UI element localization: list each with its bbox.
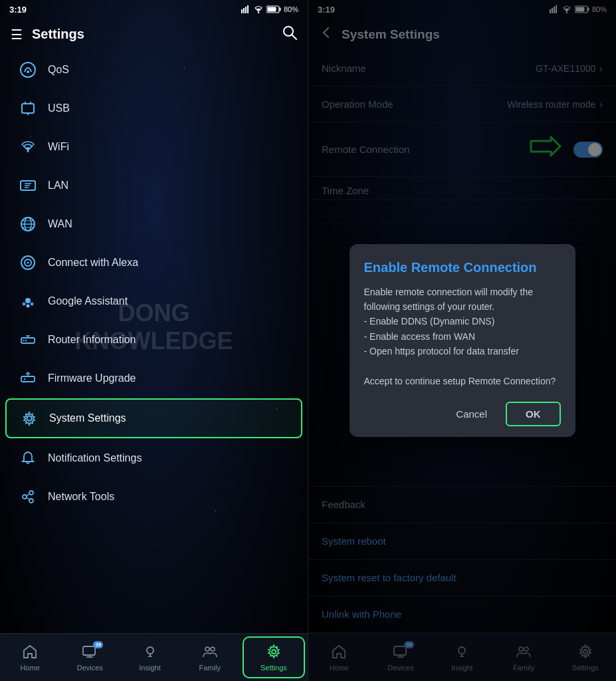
svg-line-45 xyxy=(27,494,29,497)
menu-item-lan[interactable]: LAN xyxy=(5,167,302,204)
search-icon[interactable] xyxy=(282,25,297,43)
insight-nav-icon xyxy=(142,644,158,664)
svg-rect-3 xyxy=(247,5,249,13)
nav-settings-left[interactable]: Settings xyxy=(243,636,305,678)
svg-point-53 xyxy=(205,647,209,651)
network-tools-icon xyxy=(19,487,37,506)
system-settings-icon xyxy=(20,409,39,428)
svg-point-34 xyxy=(23,340,24,341)
dialog-title: Enable Remote Connection xyxy=(364,260,561,275)
svg-point-55 xyxy=(272,650,276,654)
menu-item-system[interactable]: System Settings xyxy=(5,398,302,438)
menu-item-firmware[interactable]: Firmware Upgrade xyxy=(5,360,302,397)
status-time-left: 3:19 xyxy=(9,5,27,15)
svg-line-46 xyxy=(27,497,29,500)
dialog-body-text: Enable remote connection will modify the… xyxy=(364,287,556,386)
menu-list: QoS USB WiFi LAN WAN xyxy=(0,50,308,633)
svg-rect-38 xyxy=(21,376,35,382)
nav-insight-left[interactable]: Insight xyxy=(120,634,179,681)
status-bar-left: 3:19 80% xyxy=(0,0,308,19)
battery-icon-left xyxy=(266,5,281,13)
dialog-overlay: Enable Remote Connection Enable remote c… xyxy=(308,0,616,681)
firmware-icon xyxy=(19,369,37,388)
wan-icon xyxy=(19,215,37,233)
devices-badge-left: 39 xyxy=(93,641,103,648)
alexa-icon xyxy=(19,253,37,272)
wifi-menu-icon xyxy=(19,138,37,156)
usb-icon xyxy=(19,99,37,118)
svg-rect-7 xyxy=(267,7,276,12)
nav-home-label-left: Home xyxy=(20,664,39,672)
signal-icon xyxy=(241,5,251,13)
nav-settings-label-left: Settings xyxy=(260,664,287,672)
settings-nav-icon-left xyxy=(266,644,282,664)
svg-point-10 xyxy=(21,63,35,77)
home-nav-icon xyxy=(22,644,38,664)
svg-line-9 xyxy=(292,35,296,39)
menu-item-qos-label: QoS xyxy=(48,64,69,76)
svg-point-42 xyxy=(23,495,27,499)
svg-rect-1 xyxy=(243,8,245,13)
google-icon xyxy=(19,292,37,311)
lan-icon xyxy=(19,176,37,195)
menu-item-system-label: System Settings xyxy=(49,412,126,424)
nav-family-left[interactable]: Family xyxy=(180,634,240,681)
svg-rect-6 xyxy=(279,8,280,11)
menu-item-wan-label: WAN xyxy=(48,218,72,230)
menu-item-routerinfo-label: Router Information xyxy=(48,334,136,346)
svg-point-50 xyxy=(147,647,154,654)
left-panel-title: Settings xyxy=(32,27,273,42)
menu-item-alexa[interactable]: Connect with Alexa xyxy=(5,244,302,281)
svg-point-40 xyxy=(24,378,25,380)
svg-point-29 xyxy=(25,298,31,303)
nav-home-left[interactable]: Home xyxy=(0,634,60,681)
ok-button[interactable]: OK xyxy=(506,402,561,426)
svg-point-41 xyxy=(27,416,32,421)
svg-point-4 xyxy=(258,12,259,13)
menu-item-networktools-label: Network Tools xyxy=(48,491,114,503)
wifi-status-icon xyxy=(253,5,264,13)
svg-point-11 xyxy=(27,70,29,73)
svg-point-44 xyxy=(29,499,33,503)
svg-point-32 xyxy=(27,305,30,308)
menu-item-routerinfo[interactable]: Router Information xyxy=(5,321,302,358)
menu-item-wan[interactable]: WAN xyxy=(5,205,302,243)
nav-devices-label-left: Devices xyxy=(77,664,103,672)
svg-point-43 xyxy=(29,491,33,495)
bottom-nav-left: Home 39 Devices Insight xyxy=(0,633,308,681)
svg-point-35 xyxy=(25,340,27,341)
menu-item-usb[interactable]: USB xyxy=(5,90,302,127)
menu-item-wifi[interactable]: WiFi xyxy=(5,128,302,166)
svg-point-28 xyxy=(27,262,29,264)
menu-item-usb-label: USB xyxy=(48,102,70,114)
svg-rect-47 xyxy=(83,646,95,655)
status-icons-left: 80% xyxy=(241,5,298,13)
devices-nav-icon: 39 xyxy=(82,644,98,664)
menu-item-networktools[interactable]: Network Tools xyxy=(5,478,302,515)
menu-item-qos[interactable]: QoS xyxy=(5,51,302,88)
qos-icon xyxy=(19,61,37,79)
menu-item-notification-label: Notification Settings xyxy=(48,452,142,464)
menu-item-notification[interactable]: Notification Settings xyxy=(5,440,302,477)
svg-rect-12 xyxy=(22,104,34,113)
menu-item-firmware-label: Firmware Upgrade xyxy=(48,372,136,384)
menu-item-google[interactable]: Google Assistant xyxy=(5,283,302,320)
svg-rect-0 xyxy=(241,9,243,13)
nav-devices-left[interactable]: 39 Devices xyxy=(60,634,120,681)
menu-item-google-label: Google Assistant xyxy=(48,295,128,307)
svg-point-16 xyxy=(27,150,29,152)
right-panel: 3:19 80% System Settings Nickname GT-AXE… xyxy=(308,0,616,681)
svg-point-54 xyxy=(211,647,215,651)
battery-pct-left: 80% xyxy=(284,5,298,13)
notification-icon xyxy=(19,449,37,468)
menu-item-lan-label: LAN xyxy=(48,180,68,192)
nav-family-label-left: Family xyxy=(199,664,221,672)
cancel-button[interactable]: Cancel xyxy=(448,403,495,425)
svg-point-30 xyxy=(23,303,26,306)
svg-point-31 xyxy=(31,303,34,306)
menu-item-alexa-label: Connect with Alexa xyxy=(48,257,138,269)
router-info-icon xyxy=(19,331,37,349)
dialog-buttons: Cancel OK xyxy=(364,402,561,426)
left-header: ☰ Settings xyxy=(0,19,308,50)
hamburger-icon[interactable]: ☰ xyxy=(11,27,23,43)
